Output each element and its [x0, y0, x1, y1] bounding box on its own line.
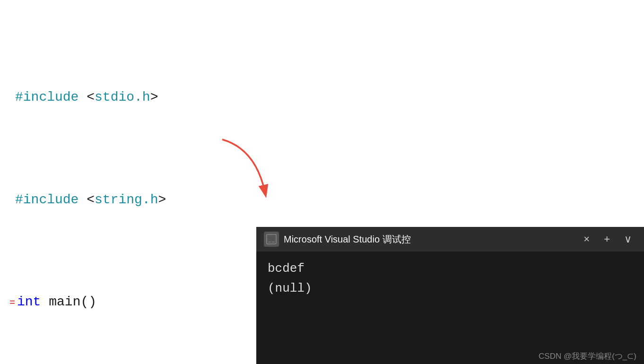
code-line-include1: #include <stdio.h>	[9, 87, 644, 107]
terminal-close-button[interactable]: ×	[579, 231, 594, 247]
terminal-content: bcdef (null)	[256, 251, 644, 349]
terminal-output-line1: bcdef	[268, 259, 633, 279]
svg-rect-3	[268, 242, 271, 243]
svg-rect-2	[268, 236, 275, 241]
terminal-title: Microsoft Visual Studio 调试控	[284, 233, 574, 246]
terminal-icon	[264, 232, 279, 247]
code-line-include2: #include <string.h>	[9, 190, 644, 210]
terminal-output-line2: (null)	[268, 279, 633, 299]
terminal-add-button[interactable]: +	[599, 231, 615, 247]
terminal-chevron-button[interactable]: ∨	[619, 231, 636, 247]
terminal-titlebar: Microsoft Visual Studio 调试控 × + ∨	[256, 227, 644, 251]
svg-rect-4	[272, 242, 275, 243]
terminal-popup: Microsoft Visual Studio 调试控 × + ∨ bcdef …	[256, 227, 644, 364]
terminal-footer: CSDN @我要学编程(つ_⊂)	[256, 349, 644, 364]
